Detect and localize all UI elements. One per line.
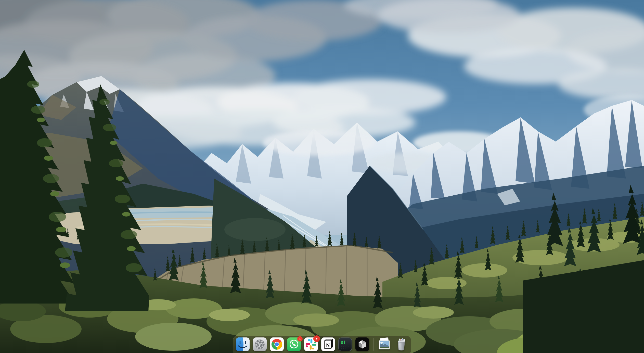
slack-notification-badge (313, 335, 320, 342)
dock-item-system-settings[interactable] (253, 337, 267, 351)
dock-item-slack[interactable] (304, 337, 318, 351)
gear-icon (253, 337, 267, 351)
terminal-cursor-bar (344, 341, 345, 344)
whatsapp-notification-badge: 1 (297, 336, 303, 342)
finder-icon (236, 337, 250, 351)
dock-item-cursor[interactable] (355, 337, 369, 351)
image-stack-icon (377, 337, 391, 351)
dock-item-finder[interactable] (236, 337, 250, 351)
wallpaper-mountain-landscape (0, 0, 644, 353)
notion-icon: N (321, 337, 335, 351)
dock-separator (373, 338, 373, 351)
cursor-app-icon (355, 337, 369, 351)
terminal-prompt-glyph: $ (341, 340, 343, 345)
dock-item-image-stack[interactable] (377, 337, 391, 351)
trash-full-icon (394, 337, 408, 351)
dock: 1 N (233, 336, 411, 353)
dock-item-terminal[interactable]: $ (338, 337, 352, 351)
dock-item-trash[interactable] (394, 337, 408, 351)
notion-letter: N (326, 342, 330, 348)
terminal-icon: $ (338, 337, 352, 351)
badge-dot-mark (316, 338, 317, 339)
chrome-icon (270, 337, 284, 351)
dock-item-whatsapp[interactable]: 1 (287, 337, 301, 351)
dock-item-notion[interactable]: N (321, 337, 335, 351)
desktop[interactable]: 1 N (0, 0, 644, 353)
dock-item-chrome[interactable] (270, 337, 284, 351)
